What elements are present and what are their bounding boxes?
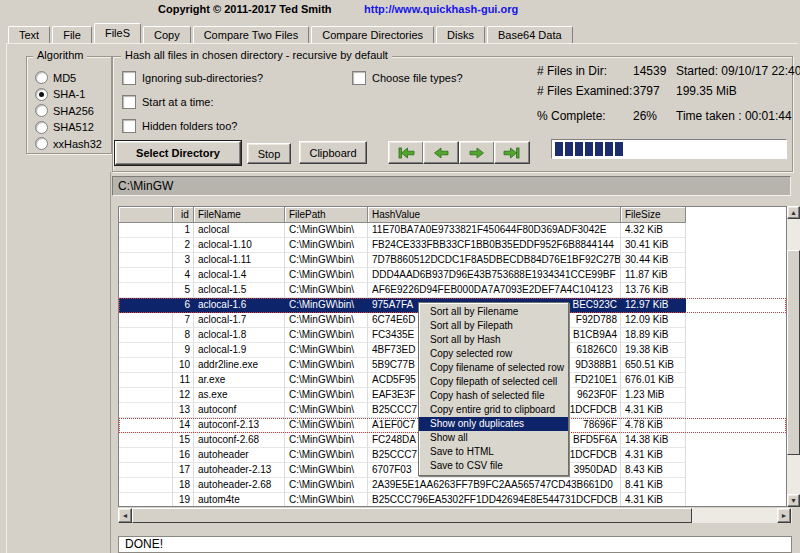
column-header-filename[interactable]: FileName: [194, 207, 285, 223]
tab-copy[interactable]: Copy: [143, 26, 191, 43]
scroll-up-icon[interactable]: ▲: [787, 206, 800, 219]
vertical-scrollbar[interactable]: ▲ ▼: [787, 206, 800, 507]
cell-filename: autom4te: [194, 493, 285, 507]
column-header-hashvalue[interactable]: HashValue: [368, 207, 621, 223]
column-header-filepath[interactable]: FilePath: [285, 207, 368, 223]
checkbox-label: Start at a time:: [142, 96, 214, 108]
menu-item-copy-selected-row[interactable]: Copy selected row: [419, 347, 568, 361]
menu-item-sort-all-by-filename[interactable]: Sort all by Filename: [419, 305, 568, 319]
cell-filepath: C:\MinGW\bin\: [285, 328, 368, 343]
radio-button-icon[interactable]: [35, 88, 48, 101]
table-row[interactable]: 2aclocal-1.10C:\MinGW\bin\FB24CE333FBB33…: [119, 238, 786, 253]
checkbox-label: Ignoring sub-directories?: [142, 72, 263, 84]
vertical-scroll-thumb[interactable]: [787, 250, 800, 455]
column-header-id[interactable]: id: [173, 207, 194, 223]
hash-suffix: 78696F: [583, 418, 617, 432]
column-header-filesize[interactable]: FileSize: [621, 207, 686, 223]
go-previous-button[interactable]: [423, 141, 459, 164]
tab-base64-data[interactable]: Base64 Data: [487, 26, 573, 43]
tab-compare-directories[interactable]: Compare Directories: [311, 26, 434, 43]
tab-files[interactable]: FileS: [94, 23, 141, 43]
next-arrow-icon: [468, 147, 486, 159]
cell-filesize: 4.32 KiB: [621, 223, 686, 238]
tab-compare-two-files[interactable]: Compare Two Files: [193, 26, 310, 43]
clipboard-button[interactable]: Clipboard: [299, 141, 367, 164]
radio-md5[interactable]: MD5: [35, 71, 76, 84]
checkbox-choose-file-types[interactable]: Choose file types?: [352, 71, 463, 85]
checkbox-box-icon[interactable]: [352, 71, 366, 85]
cell-id: 13: [173, 403, 194, 418]
checkbox-box-icon[interactable]: [122, 95, 136, 109]
radio-xxhash32[interactable]: xxHash32: [35, 137, 102, 150]
cell-id: 17: [173, 463, 194, 478]
cell-id: 19: [173, 493, 194, 507]
cell-filename: ar.exe: [194, 373, 285, 388]
table-row[interactable]: 3aclocal-1.11C:\MinGW\bin\7D7B860512DCDC…: [119, 253, 786, 268]
table-row[interactable]: 5aclocal-1.5C:\MinGW\bin\AF6E9226D94FEB0…: [119, 283, 786, 298]
cell-filepath: C:\MinGW\bin\: [285, 388, 368, 403]
percent-complete-label: % Complete:: [537, 109, 606, 123]
column-header-rowselect[interactable]: [119, 207, 173, 223]
cell-filename: aclocal-1.4: [194, 268, 285, 283]
horizontal-scroll-thumb[interactable]: [132, 508, 692, 523]
radio-sha-1[interactable]: SHA-1: [35, 88, 85, 101]
cell-filepath: C:\MinGW\bin\: [285, 448, 368, 463]
radio-button-icon[interactable]: [35, 104, 48, 117]
menu-item-show-all[interactable]: Show all: [419, 431, 568, 445]
menu-item-copy-filename-of-selected-row[interactable]: Copy filename of selected row: [419, 361, 568, 375]
progress-block: [555, 142, 563, 156]
cell-id: 11: [173, 373, 194, 388]
radio-button-icon[interactable]: [35, 137, 48, 150]
checkbox-box-icon[interactable]: [122, 71, 136, 85]
scroll-left-icon[interactable]: ◄: [118, 508, 132, 523]
go-last-button[interactable]: [494, 141, 530, 164]
menu-item-copy-entire-grid-to-clipboard[interactable]: Copy entire grid to clipboard: [419, 403, 568, 417]
go-next-button[interactable]: [459, 141, 495, 164]
cell-rowselect: [119, 463, 173, 478]
progress-block: [565, 142, 573, 156]
stop-button[interactable]: Stop: [247, 143, 291, 164]
cell-filepath: C:\MinGW\bin\: [285, 493, 368, 507]
go-first-button[interactable]: [388, 141, 424, 164]
menu-item-sort-all-by-hash[interactable]: Sort all by Hash: [419, 333, 568, 347]
menu-item-save-to-html[interactable]: Save to HTML: [419, 445, 568, 459]
scroll-down-icon[interactable]: ▼: [787, 494, 800, 507]
cell-filename: aclocal-1.5: [194, 283, 285, 298]
scroll-right-icon[interactable]: ►: [777, 508, 791, 523]
radio-label: SHA-1: [53, 88, 85, 100]
cell-filesize: 4.31 KiB: [621, 493, 686, 507]
cell-filepath: C:\MinGW\bin\: [285, 268, 368, 283]
menu-item-copy-hash-of-selected-file[interactable]: Copy hash of selected file: [419, 389, 568, 403]
data-size-value: 199.35 MiB: [676, 84, 737, 98]
cell-id: 12: [173, 388, 194, 403]
table-row[interactable]: 18autoheader-2.68C:\MinGW\bin\2A39E5E1AA…: [119, 478, 786, 493]
menu-item-save-to-csv-file[interactable]: Save to CSV file: [419, 459, 568, 473]
tab-disks[interactable]: Disks: [436, 26, 485, 43]
checkbox-start-at-a-time[interactable]: Start at a time:: [122, 95, 214, 109]
radio-sha512[interactable]: SHA512: [35, 121, 94, 134]
hash-prefix: 975A7FA: [372, 298, 413, 312]
cell-id: 5: [173, 283, 194, 298]
select-directory-button[interactable]: Select Directory: [115, 141, 241, 165]
radio-sha256[interactable]: SHA256: [35, 104, 94, 117]
cell-filepath: C:\MinGW\bin\: [285, 223, 368, 238]
chosen-directory-field[interactable]: C:\MinGW: [112, 176, 791, 196]
radio-button-icon[interactable]: [35, 121, 48, 134]
horizontal-scrollbar[interactable]: ◄ ►: [118, 508, 792, 523]
cell-filepath: C:\MinGW\bin\: [285, 283, 368, 298]
table-row[interactable]: 1aclocalC:\MinGW\bin\11E70BA7A0E9733821F…: [119, 223, 786, 238]
table-row[interactable]: 19autom4teC:\MinGW\bin\B25CCC796EA5302FF…: [119, 493, 786, 507]
tab-text[interactable]: Text: [8, 26, 50, 43]
checkbox-ignoring-subdirectories[interactable]: Ignoring sub-directories?: [122, 71, 263, 85]
checkbox-box-icon[interactable]: [122, 119, 136, 133]
homepage-link[interactable]: http://www.quickhash-gui.org: [364, 3, 518, 15]
menu-item-copy-filepath-of-selected-cell[interactable]: Copy filepath of selected cell: [419, 375, 568, 389]
menu-item-sort-all-by-filepath[interactable]: Sort all by Filepath: [419, 319, 568, 333]
cell-filename: aclocal-1.9: [194, 343, 285, 358]
cell-rowselect: [119, 433, 173, 448]
tab-file[interactable]: File: [52, 26, 92, 43]
checkbox-hidden-folders[interactable]: Hidden folders too?: [122, 119, 237, 133]
menu-item-show-only-duplicates[interactable]: Show only duplicates: [419, 417, 568, 431]
table-row[interactable]: 4aclocal-1.4C:\MinGW\bin\DDD4AAD6B937D96…: [119, 268, 786, 283]
radio-button-icon[interactable]: [35, 71, 48, 84]
